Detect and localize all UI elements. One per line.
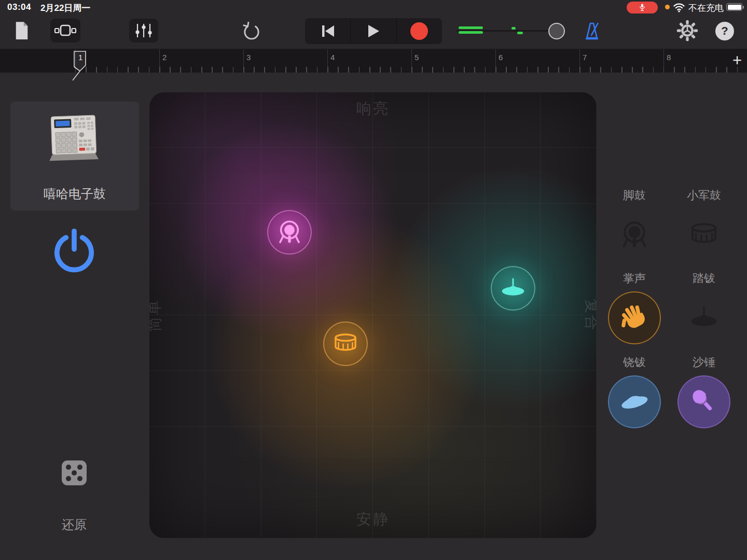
- toolbar: ?: [0, 15, 747, 49]
- palette-pad-cymbal[interactable]: [608, 375, 661, 428]
- bar-label-2: 2: [162, 53, 167, 62]
- volume-knob[interactable]: [548, 23, 565, 39]
- hi-hat-cymbal-icon: [499, 274, 527, 302]
- grid-lines: [149, 92, 597, 538]
- document-button[interactable]: [12, 20, 31, 41]
- power-icon: [50, 229, 98, 276]
- wifi-icon: [673, 2, 685, 12]
- settings-button[interactable]: [676, 19, 699, 42]
- play-button[interactable]: [350, 18, 396, 44]
- palette-item-cymbal: 铙钹: [608, 355, 661, 428]
- hi-hat-cymbal-icon: [688, 302, 720, 334]
- controls-button[interactable]: [129, 19, 158, 43]
- orange-status-dot: [665, 5, 670, 9]
- axis-label-loud: 响亮: [149, 99, 597, 119]
- palette-label-kick: 脚鼓: [608, 188, 661, 203]
- garageband-smart-drums-screen: 03:04 2月22日周一 不在充电: [0, 0, 747, 560]
- palette-pad-clap[interactable]: [608, 291, 661, 344]
- palette-label-clap: 掌声: [608, 271, 661, 286]
- level-meter-top: [459, 26, 483, 29]
- smart-controls-icon: [133, 22, 154, 39]
- status-bar: 03:04 2月22日周一 不在充电: [0, 0, 747, 15]
- bar-label-5: 5: [414, 53, 419, 62]
- palette-pad-snare[interactable]: [677, 208, 730, 261]
- grid-pad-hihat[interactable]: [491, 266, 535, 311]
- palette-label-snare: 小军鼓: [677, 188, 730, 203]
- record-button[interactable]: [396, 18, 442, 44]
- tracks-view-button[interactable]: [50, 19, 80, 43]
- undo-icon: [241, 20, 262, 42]
- bar-label-4: 4: [330, 53, 335, 62]
- skip-to-start-button[interactable]: [305, 18, 350, 44]
- clap-hand-icon: [618, 302, 651, 334]
- level-tick-upper: [511, 27, 516, 30]
- axis-label-quiet: 安静: [149, 509, 597, 530]
- palette-label-shaker: 沙锤: [677, 355, 730, 370]
- axis-label-complex: 复合: [581, 299, 597, 332]
- instrument-card[interactable]: 嘻哈电子鼓: [10, 102, 139, 211]
- crash-cymbal-icon: [618, 386, 651, 418]
- playhead-marker[interactable]: [70, 50, 92, 82]
- tracks-view-icon: [54, 24, 77, 37]
- battery-icon: [726, 3, 742, 11]
- snare-drum-icon: [688, 219, 720, 251]
- clock: 03:04: [7, 2, 31, 12]
- grid-pad-kick[interactable]: [267, 210, 312, 255]
- palette-item-shaker: 沙锤: [677, 355, 730, 428]
- bar-label-6: 6: [499, 53, 503, 62]
- microphone-icon: [639, 3, 646, 12]
- metronome-button[interactable]: [580, 20, 603, 43]
- add-bars-button[interactable]: +: [728, 51, 746, 71]
- bar-label-7: 7: [583, 53, 587, 62]
- palette-label-hihat: 踏钹: [677, 271, 730, 286]
- add-bars-label: +: [732, 51, 742, 70]
- palette-item-hihat: 踏钹: [677, 271, 730, 344]
- skip-to-start-icon: [321, 25, 335, 37]
- maraca-icon: [688, 386, 720, 418]
- date: 2月22日周一: [40, 2, 90, 14]
- help-button[interactable]: ?: [715, 22, 734, 40]
- document-icon: [14, 21, 30, 40]
- kick-drum-icon: [275, 218, 303, 246]
- palette-item-snare: 小军鼓: [677, 188, 730, 261]
- grid-pad-snare[interactable]: [323, 321, 368, 366]
- palette-item-clap: 掌声: [608, 271, 661, 344]
- level-meter-bottom: [459, 31, 483, 34]
- undo-button[interactable]: [240, 20, 263, 43]
- palette-pad-shaker[interactable]: [677, 375, 730, 428]
- bar-label-8: 8: [667, 53, 671, 62]
- help-label: ?: [721, 24, 728, 38]
- power-button[interactable]: [50, 229, 98, 276]
- palette-pad-hihat[interactable]: [677, 291, 730, 344]
- reset-label: 还原: [33, 516, 116, 533]
- snare-drum-icon: [331, 330, 359, 358]
- timeline-ruler[interactable]: [0, 49, 747, 73]
- kick-drum-icon: [618, 219, 651, 251]
- transport-controls: [305, 18, 442, 44]
- microphone-recording-pill[interactable]: [627, 2, 658, 13]
- axis-label-simple: 简单: [149, 299, 165, 332]
- instrument-name: 嘻哈电子鼓: [10, 186, 139, 202]
- palette-pad-kick[interactable]: [608, 208, 661, 261]
- bar-label-3: 3: [246, 53, 251, 62]
- palette-label-cymbal: 铙钹: [608, 355, 661, 370]
- metronome-icon: [581, 20, 603, 42]
- drum-machine-image: [45, 111, 105, 165]
- play-icon: [367, 24, 380, 38]
- record-icon: [410, 22, 428, 40]
- dice-randomize-button[interactable]: [62, 460, 87, 485]
- gear-icon: [676, 20, 698, 41]
- smart-drums-grid[interactable]: 响亮 安静 简单 复合: [149, 92, 597, 538]
- charging-status-text: 不在充电: [688, 2, 724, 14]
- palette-item-kick: 脚鼓: [608, 188, 661, 261]
- level-tick-lower: [517, 32, 523, 34]
